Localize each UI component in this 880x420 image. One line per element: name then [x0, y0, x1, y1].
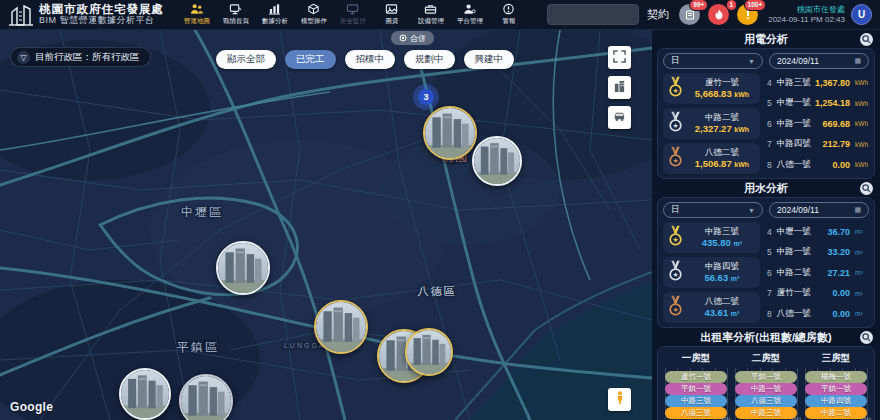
- filter-chip-3[interactable]: 招標中: [345, 50, 396, 69]
- nav-item-6[interactable]: 圖資: [373, 0, 410, 30]
- car-icon: [613, 109, 626, 127]
- rental-zoom-icon[interactable]: [860, 331, 873, 344]
- water-zoom-icon[interactable]: [860, 182, 873, 195]
- rental-bar[interactable]: 蘆竹一號: [665, 371, 727, 383]
- electricity-rank-row-4[interactable]: 4中路三號1,367.80kWh: [765, 74, 869, 91]
- rental-bar[interactable]: 八德三號: [735, 395, 797, 407]
- electricity-rank-row-7[interactable]: 7中路四號212.79kWh: [765, 136, 869, 153]
- water-medal-2[interactable]: ★中路四號56.63 m³: [663, 257, 760, 288]
- building-marker-8[interactable]: [179, 374, 233, 420]
- nav-item-9[interactable]: 警報: [490, 0, 527, 30]
- water-rank-row-4[interactable]: 4中壢一號36.70m³: [765, 223, 869, 240]
- notification-badges: 99+1100+: [679, 4, 758, 25]
- medal-icon: ★: [667, 224, 684, 252]
- filter-chip-1[interactable]: 顯示全部: [216, 50, 276, 69]
- water-date-picker[interactable]: 2024/09/11▦: [769, 202, 869, 218]
- building-name: 中路一號: [777, 246, 811, 258]
- nav-item-7[interactable]: 設備管理: [412, 0, 449, 30]
- building-marker-3[interactable]: [216, 241, 270, 295]
- electricity-medal-2[interactable]: ★中路二號2,327.27 kWh: [663, 108, 760, 139]
- water-medal-3[interactable]: ★八德二號43.61 m³: [663, 292, 760, 323]
- electricity-period-select[interactable]: 日▼: [663, 53, 763, 69]
- pegman-map-button[interactable]: [608, 388, 631, 411]
- rank-number: 7: [765, 139, 774, 149]
- building-name: 八德二號: [688, 296, 756, 307]
- svg-text:★: ★: [672, 122, 678, 129]
- rental-bar[interactable]: 中路一號: [735, 383, 797, 395]
- rental-column-1: 一房型蘆竹一號平鎮一號中路三號八德三號(%)020406080100: [665, 352, 727, 420]
- rental-bar[interactable]: 中路二號: [805, 407, 867, 419]
- svg-text:★: ★: [672, 236, 678, 243]
- nav-item-4[interactable]: 模型操作: [295, 0, 332, 30]
- rental-bar[interactable]: 中路三號: [665, 395, 727, 407]
- electricity-zoom-icon[interactable]: [860, 33, 873, 46]
- alert-icon: [502, 3, 515, 15]
- current-district-button[interactable]: ▽ 目前行政區：所有行政區: [10, 47, 151, 67]
- electricity-medal-3[interactable]: ★八德二號1,506.87 kWh: [663, 143, 760, 174]
- building-marker-1[interactable]: [423, 106, 477, 160]
- fire-alarm-badge-button[interactable]: 1: [708, 4, 729, 25]
- rank-number: 8: [765, 160, 774, 170]
- water-rank-row-6[interactable]: 6中路二號27.21m³: [765, 264, 869, 281]
- medal-icon: ★: [667, 75, 684, 103]
- car-map-button[interactable]: [608, 106, 631, 129]
- building-name: 八德二號: [688, 147, 756, 158]
- fullscreen-map-button[interactable]: [608, 46, 631, 69]
- nav-item-1[interactable]: 營運地圖: [178, 0, 215, 30]
- usage-unit: m³: [855, 269, 869, 276]
- building-name: 中路三號: [777, 77, 811, 89]
- user-avatar[interactable]: U: [851, 4, 872, 25]
- building-marker-2[interactable]: [472, 136, 522, 186]
- merge-toggle[interactable]: 合併: [391, 31, 434, 45]
- room-type-title: 二房型: [735, 352, 797, 365]
- filter-chip-4[interactable]: 規劃中: [404, 50, 455, 69]
- water-rank-row-7[interactable]: 7蘆竹一號0.00m³: [765, 285, 869, 302]
- buildings-map-button[interactable]: [608, 76, 631, 99]
- building-marker-6[interactable]: [405, 328, 453, 376]
- water-rank-row-8[interactable]: 8八德一號0.00m³: [765, 305, 869, 322]
- nav-item-8[interactable]: 平台管理: [451, 0, 488, 30]
- contract-doc-badge-button[interactable]: 99+: [679, 4, 700, 25]
- water-period-select[interactable]: 日▼: [663, 202, 763, 218]
- header-search-input[interactable]: [547, 4, 639, 25]
- status-filter-chips: 顯示全部已完工招標中規劃中興建中: [216, 50, 514, 69]
- rental-bar[interactable]: 中路三號: [735, 407, 797, 419]
- rental-bar[interactable]: 八德三號: [665, 407, 727, 419]
- usage-value: 1,254.18: [814, 98, 850, 108]
- map-cluster-marker[interactable]: 3: [413, 84, 439, 110]
- nav-item-2[interactable]: 戰情首頁: [217, 0, 254, 30]
- building-marker-7[interactable]: [119, 368, 171, 420]
- usage-value: 27.21: [814, 268, 850, 278]
- rental-bar[interactable]: 中路四號: [805, 395, 867, 407]
- rental-bar[interactable]: 平鎮一號: [735, 371, 797, 383]
- svg-text:★: ★: [672, 306, 678, 313]
- water-rank-row-5[interactable]: 5中路一號33.20m³: [765, 244, 869, 261]
- usage-value: 1,367.80: [814, 78, 850, 88]
- page-title: 桃園市政府住宅發展處: [39, 3, 164, 16]
- usage-value: 0.00: [814, 160, 850, 170]
- map-canvas[interactable]: 桃園中壢區平鎮區八德區LUNGGANG 3 ▽ 目前行政區：所有行政區 合併 顯…: [0, 30, 652, 420]
- electricity-rank-row-5[interactable]: 5中壢一號1,254.18kWh: [765, 95, 869, 112]
- nav-item-5: 安全監控: [334, 0, 371, 30]
- room-type-title: 三房型: [805, 352, 867, 365]
- rental-column-2: 二房型平鎮一號中路一號八德三號中路三號(%)020406080100: [735, 352, 797, 420]
- model-cube-icon: [307, 3, 320, 15]
- rental-bar[interactable]: 平鎮一號: [665, 383, 727, 395]
- filter-chip-5[interactable]: 興建中: [464, 50, 515, 69]
- electricity-rank-row-6[interactable]: 6中路一號669.68kWh: [765, 115, 869, 132]
- water-medal-1[interactable]: ★中路三號435.80 m³: [663, 222, 760, 253]
- building-marker-4[interactable]: [314, 300, 368, 354]
- building-name: 中壢一號: [777, 226, 811, 238]
- electricity-rank-row-8[interactable]: 8八德一號0.00kWh: [765, 156, 869, 173]
- nav-item-3[interactable]: 數據分析: [256, 0, 293, 30]
- usage-value: 56.63 m³: [688, 272, 756, 284]
- electricity-date-picker[interactable]: 2024/09/11▦: [769, 53, 869, 69]
- electricity-medal-1[interactable]: ★蘆竹一號5,668.83 kWh: [663, 73, 760, 104]
- rental-bar[interactable]: 楊梅一號: [805, 371, 867, 383]
- rental-bar[interactable]: 平鎮一號: [805, 383, 867, 395]
- filter-chip-2[interactable]: 已完工: [285, 50, 336, 69]
- warning-badge-button[interactable]: 100+: [737, 4, 758, 25]
- usage-value: 435.80 m³: [688, 237, 756, 249]
- nav-item-label: 安全監控: [340, 16, 366, 25]
- org-name: 桃園市住發處: [768, 5, 845, 15]
